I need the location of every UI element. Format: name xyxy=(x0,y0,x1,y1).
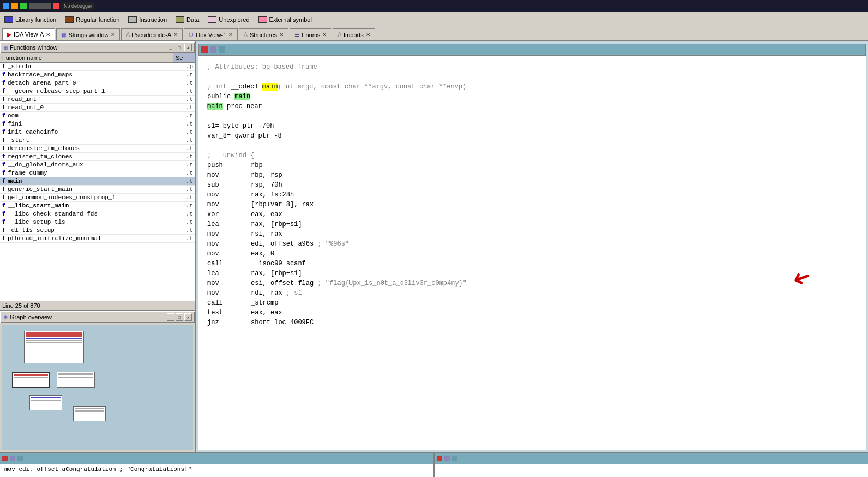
tab-enums[interactable]: ☰ Enums ✕ xyxy=(290,28,331,40)
red-arrow: ➜ xyxy=(792,271,812,287)
func-row-do-global[interactable]: f __do_global_dtors_aux .t xyxy=(0,161,195,169)
tab-strings-window[interactable]: ▦ Strings window ✕ xyxy=(56,28,120,40)
func-row-read-int-0[interactable]: f read_int_0 .t xyxy=(0,104,195,112)
func-icon: f xyxy=(2,178,5,184)
tab-strings-window-close[interactable]: ✕ xyxy=(111,32,115,38)
bottom-right-icon-2 xyxy=(444,456,450,461)
legend-unexplored-label: Unexplored xyxy=(219,16,249,23)
func-row-libc-check[interactable]: f __libc_check_standard_fds .t xyxy=(0,210,195,218)
tab-ida-view-a-close[interactable]: ✕ xyxy=(46,32,50,38)
func-row-read-int[interactable]: f read_int .t xyxy=(0,96,195,104)
functions-window-minimize[interactable]: _ xyxy=(167,44,174,51)
func-seg: .t xyxy=(171,129,193,135)
func-icon: f xyxy=(2,64,5,70)
func-row-libc-start-main[interactable]: f __libc_start_main .t xyxy=(0,202,195,210)
tab-enums-close[interactable]: ✕ xyxy=(322,32,327,38)
func-icon: f xyxy=(2,162,5,168)
graph-panel: ⊕ Graph overview _ □ ✕ xyxy=(0,310,195,452)
tab-hex-view-1-label: Hex View-1 xyxy=(196,32,226,38)
graph-overview-restore[interactable]: □ xyxy=(176,313,183,321)
code-line-sig: ; int __cdecl main(int argc, const char … xyxy=(207,82,857,92)
tab-pseudocode-a[interactable]: A Pseudocode-A ✕ xyxy=(121,28,183,40)
func-row-generic-start[interactable]: f generic_start_main .t xyxy=(0,186,195,194)
func-icon: f xyxy=(2,211,5,217)
func-row-libc-setup[interactable]: f __libc_setup_tls .t xyxy=(0,218,195,226)
right-panel: ; Attributes: bp-based frame ; int __cde… xyxy=(196,41,868,452)
graph-overview-close[interactable]: ✕ xyxy=(184,313,192,321)
func-row-fini[interactable]: f fini .t xyxy=(0,120,195,128)
legend-external-symbol: External symbol xyxy=(258,16,312,23)
func-seg: .p xyxy=(171,63,193,70)
func-row-main[interactable]: f main .t xyxy=(0,177,195,186)
func-seg: .t xyxy=(171,170,193,176)
debugger-selector[interactable]: No debugger xyxy=(62,2,94,10)
func-row-init-cacheinfo[interactable]: f init_cacheinfo .t xyxy=(0,128,195,136)
func-seg: .t xyxy=(171,194,193,201)
tab-pseudocode-a-close[interactable]: ✕ xyxy=(173,32,178,38)
func-row-gconv[interactable]: f __gconv_release_step_part_1 .t xyxy=(0,87,195,96)
tab-hex-view-1-close[interactable]: ✕ xyxy=(228,32,233,38)
func-row-register[interactable]: f register_tm_clones .t xyxy=(0,153,195,161)
func-seg: .t xyxy=(171,219,193,225)
func-seg: .t xyxy=(171,121,193,127)
functions-window-restore[interactable]: □ xyxy=(176,44,183,51)
graph-content[interactable] xyxy=(2,325,193,450)
func-row-strchr[interactable]: f _strchr .p xyxy=(0,63,195,71)
func-icon: f xyxy=(2,228,5,234)
func-seg: .t xyxy=(171,71,193,78)
legend-library-function-color xyxy=(4,16,13,23)
toolbar-icon-3 xyxy=(20,3,27,9)
func-row-start[interactable]: f _start .t xyxy=(0,136,195,145)
func-name: __gconv_release_step_part_1 xyxy=(8,88,171,94)
code-line-lea-rax-s1: learax, [rbp+s1] xyxy=(207,219,857,229)
func-name: deregister_tm_clones xyxy=(8,145,171,152)
code-line-1: ; Attributes: bp-based frame xyxy=(207,62,857,72)
func-row-backtrace[interactable]: f backtrace_and_maps .t xyxy=(0,71,195,79)
toolbar-icon-1 xyxy=(3,3,9,9)
func-row-get-common[interactable]: f get_common_indeces_constprop_1 .t xyxy=(0,194,195,202)
code-line-blank-3 xyxy=(207,141,857,151)
bottom-left-text: mov edi, offset aCongratulation ; "Congr… xyxy=(4,466,191,473)
graph-node-middle-left xyxy=(12,372,50,388)
bottom-area: mov edi, offset aCongratulation ; "Congr… xyxy=(0,452,868,477)
tab-structures[interactable]: A Structures ✕ xyxy=(239,28,288,40)
func-row-deregister[interactable]: f deregister_tm_clones .t xyxy=(0,145,195,153)
functions-header-name: Function name xyxy=(0,53,173,62)
graph-node-middle-right xyxy=(57,372,95,388)
graph-overview-minimize[interactable]: _ xyxy=(167,313,174,321)
func-name: __libc_setup_tls xyxy=(8,219,171,225)
line-info: Line 25 of 870 xyxy=(0,301,195,310)
func-row-oom[interactable]: f oom .t xyxy=(0,112,195,120)
func-name-main: main xyxy=(8,178,171,184)
func-icon: f xyxy=(2,146,5,152)
tab-imports-close[interactable]: ✕ xyxy=(366,32,370,38)
func-row-frame-dummy[interactable]: f frame_dummy .t xyxy=(0,169,195,177)
tab-imports[interactable]: A Imports ✕ xyxy=(333,28,375,40)
bottom-right-header xyxy=(435,453,868,464)
toolbar-icon-2 xyxy=(11,3,18,9)
func-row-pthread[interactable]: f pthread_initialize_minimal .t xyxy=(0,235,195,243)
func-icon: f xyxy=(2,170,5,176)
code-content[interactable]: ; Attributes: bp-based frame ; int __cde… xyxy=(198,56,866,450)
bottom-left-header xyxy=(0,453,433,464)
toolbar-icon-4 xyxy=(29,3,51,9)
func-row-dl-tls[interactable]: f _dl_tls_setup .t xyxy=(0,226,195,235)
tab-structures-close[interactable]: ✕ xyxy=(279,32,284,38)
legend-instruction-label: Instruction xyxy=(139,16,167,23)
tab-ida-view-a[interactable]: ▶ IDA View-A ✕ xyxy=(2,28,55,40)
func-seg: .t xyxy=(171,80,193,86)
code-line-var8: var_8= qword ptr -8 xyxy=(207,131,857,141)
code-window-icon-3 xyxy=(219,46,225,53)
legend-regular-function: Regular function xyxy=(65,16,119,23)
functions-window-close[interactable]: ✕ xyxy=(184,44,192,51)
bottom-right-code xyxy=(435,464,868,468)
func-seg: .t xyxy=(171,227,193,234)
functions-list[interactable]: f _strchr .p f backtrace_and_maps .t f d… xyxy=(0,63,195,298)
legend-unexplored: Unexplored xyxy=(208,16,249,23)
graph-overview-title-bar: ⊕ Graph overview xyxy=(3,314,52,320)
func-name: _start xyxy=(8,137,171,144)
func-seg: .t xyxy=(171,104,193,111)
tab-hex-view-1[interactable]: ⬡ Hex View-1 ✕ xyxy=(184,28,238,40)
func-row-detach[interactable]: f detach_arena_part_0 .t xyxy=(0,79,195,87)
bottom-right-icon-1 xyxy=(437,456,442,461)
